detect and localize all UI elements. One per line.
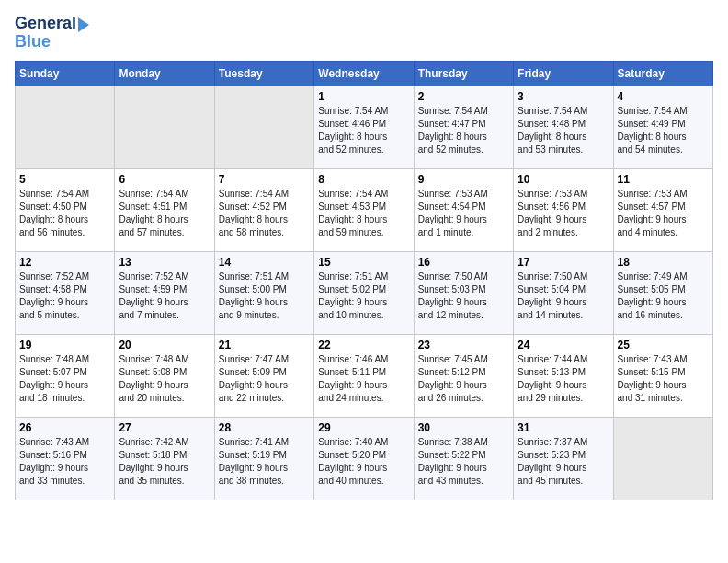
day-number: 2 — [418, 90, 509, 103]
calendar-cell: 22Sunrise: 7:46 AM Sunset: 5:11 PM Dayli… — [314, 334, 414, 417]
calendar-cell: 23Sunrise: 7:45 AM Sunset: 5:12 PM Dayli… — [414, 334, 513, 417]
calendar-cell — [16, 86, 115, 168]
logo: General Blue — [15, 15, 89, 52]
calendar-cell: 6Sunrise: 7:54 AM Sunset: 4:51 PM Daylig… — [115, 168, 214, 251]
day-info: Sunrise: 7:54 AM Sunset: 4:47 PM Dayligh… — [418, 105, 509, 156]
day-number: 4 — [618, 90, 709, 103]
calendar-cell: 26Sunrise: 7:43 AM Sunset: 5:16 PM Dayli… — [16, 417, 115, 500]
calendar-cell: 2Sunrise: 7:54 AM Sunset: 4:47 PM Daylig… — [414, 86, 513, 168]
calendar-cell: 12Sunrise: 7:52 AM Sunset: 4:58 PM Dayli… — [16, 251, 115, 334]
calendar-cell: 19Sunrise: 7:48 AM Sunset: 5:07 PM Dayli… — [16, 334, 115, 417]
day-info: Sunrise: 7:43 AM Sunset: 5:15 PM Dayligh… — [618, 353, 709, 405]
day-info: Sunrise: 7:52 AM Sunset: 4:59 PM Dayligh… — [119, 270, 210, 322]
week-row: 1Sunrise: 7:54 AM Sunset: 4:46 PM Daylig… — [16, 86, 713, 168]
day-number: 28 — [219, 421, 310, 434]
day-info: Sunrise: 7:51 AM Sunset: 5:02 PM Dayligh… — [318, 270, 409, 322]
day-number: 26 — [19, 421, 110, 434]
day-info: Sunrise: 7:50 AM Sunset: 5:04 PM Dayligh… — [518, 270, 609, 322]
day-number: 20 — [119, 339, 210, 351]
day-number: 3 — [518, 90, 609, 103]
calendar-cell: 24Sunrise: 7:44 AM Sunset: 5:13 PM Dayli… — [514, 334, 613, 417]
header-sunday: Sunday — [16, 61, 115, 86]
day-info: Sunrise: 7:53 AM Sunset: 4:54 PM Dayligh… — [418, 188, 509, 239]
calendar-cell: 9Sunrise: 7:53 AM Sunset: 4:54 PM Daylig… — [414, 168, 513, 251]
header-row: SundayMondayTuesdayWednesdayThursdayFrid… — [16, 61, 713, 86]
day-info: Sunrise: 7:38 AM Sunset: 5:22 PM Dayligh… — [418, 436, 509, 488]
day-number: 8 — [318, 173, 409, 186]
header-friday: Friday — [514, 61, 613, 86]
calendar-cell: 8Sunrise: 7:54 AM Sunset: 4:53 PM Daylig… — [314, 168, 414, 251]
day-info: Sunrise: 7:54 AM Sunset: 4:49 PM Dayligh… — [618, 105, 709, 156]
calendar-cell: 11Sunrise: 7:53 AM Sunset: 4:57 PM Dayli… — [613, 168, 712, 251]
calendar-cell: 31Sunrise: 7:37 AM Sunset: 5:23 PM Dayli… — [514, 417, 613, 500]
day-number: 12 — [19, 256, 110, 269]
calendar-cell: 10Sunrise: 7:53 AM Sunset: 4:56 PM Dayli… — [514, 168, 613, 251]
day-number: 15 — [318, 256, 409, 269]
day-number: 11 — [618, 173, 709, 186]
calendar-cell: 1Sunrise: 7:54 AM Sunset: 4:46 PM Daylig… — [314, 86, 414, 168]
day-number: 21 — [219, 339, 310, 351]
day-info: Sunrise: 7:41 AM Sunset: 5:19 PM Dayligh… — [219, 436, 310, 488]
calendar-cell: 4Sunrise: 7:54 AM Sunset: 4:49 PM Daylig… — [613, 86, 712, 168]
day-number: 30 — [418, 421, 509, 434]
day-info: Sunrise: 7:46 AM Sunset: 5:11 PM Dayligh… — [318, 353, 409, 405]
calendar-cell: 15Sunrise: 7:51 AM Sunset: 5:02 PM Dayli… — [314, 251, 414, 334]
day-info: Sunrise: 7:48 AM Sunset: 5:07 PM Dayligh… — [19, 353, 110, 405]
week-row: 19Sunrise: 7:48 AM Sunset: 5:07 PM Dayli… — [16, 334, 713, 417]
day-number: 6 — [119, 173, 210, 186]
day-info: Sunrise: 7:51 AM Sunset: 5:00 PM Dayligh… — [219, 270, 310, 322]
calendar-cell: 30Sunrise: 7:38 AM Sunset: 5:22 PM Dayli… — [414, 417, 513, 500]
day-info: Sunrise: 7:47 AM Sunset: 5:09 PM Dayligh… — [219, 353, 310, 405]
week-row: 26Sunrise: 7:43 AM Sunset: 5:16 PM Dayli… — [16, 417, 713, 500]
week-row: 5Sunrise: 7:54 AM Sunset: 4:50 PM Daylig… — [16, 168, 713, 251]
calendar-cell: 5Sunrise: 7:54 AM Sunset: 4:50 PM Daylig… — [16, 168, 115, 251]
calendar-cell: 17Sunrise: 7:50 AM Sunset: 5:04 PM Dayli… — [514, 251, 613, 334]
day-info: Sunrise: 7:54 AM Sunset: 4:51 PM Dayligh… — [119, 188, 210, 239]
day-info: Sunrise: 7:53 AM Sunset: 4:57 PM Dayligh… — [618, 188, 709, 239]
day-number: 31 — [518, 421, 609, 434]
day-number: 10 — [518, 173, 609, 186]
day-number: 9 — [418, 173, 509, 186]
header-tuesday: Tuesday — [214, 61, 313, 86]
header-saturday: Saturday — [613, 61, 712, 86]
calendar-cell — [115, 86, 214, 168]
day-number: 23 — [418, 339, 509, 351]
calendar-cell: 20Sunrise: 7:48 AM Sunset: 5:08 PM Dayli… — [115, 334, 214, 417]
day-info: Sunrise: 7:54 AM Sunset: 4:48 PM Dayligh… — [518, 105, 609, 156]
calendar-cell: 14Sunrise: 7:51 AM Sunset: 5:00 PM Dayli… — [214, 251, 313, 334]
day-info: Sunrise: 7:44 AM Sunset: 5:13 PM Dayligh… — [518, 353, 609, 405]
day-number: 18 — [618, 256, 709, 269]
day-number: 14 — [219, 256, 310, 269]
calendar-cell: 16Sunrise: 7:50 AM Sunset: 5:03 PM Dayli… — [414, 251, 513, 334]
day-info: Sunrise: 7:43 AM Sunset: 5:16 PM Dayligh… — [19, 436, 110, 488]
day-info: Sunrise: 7:54 AM Sunset: 4:53 PM Dayligh… — [318, 188, 409, 239]
day-info: Sunrise: 7:48 AM Sunset: 5:08 PM Dayligh… — [119, 353, 210, 405]
day-info: Sunrise: 7:54 AM Sunset: 4:46 PM Dayligh… — [318, 105, 409, 156]
header-wednesday: Wednesday — [314, 61, 414, 86]
day-number: 13 — [119, 256, 210, 269]
day-info: Sunrise: 7:49 AM Sunset: 5:05 PM Dayligh… — [618, 270, 709, 322]
day-info: Sunrise: 7:50 AM Sunset: 5:03 PM Dayligh… — [418, 270, 509, 322]
day-number: 29 — [318, 421, 409, 434]
calendar-cell — [613, 417, 712, 500]
week-row: 12Sunrise: 7:52 AM Sunset: 4:58 PM Dayli… — [16, 251, 713, 334]
day-number: 16 — [418, 256, 509, 269]
day-number: 25 — [618, 339, 709, 351]
day-number: 5 — [19, 173, 110, 186]
day-info: Sunrise: 7:37 AM Sunset: 5:23 PM Dayligh… — [518, 436, 609, 488]
day-info: Sunrise: 7:53 AM Sunset: 4:56 PM Dayligh… — [518, 188, 609, 239]
day-info: Sunrise: 7:45 AM Sunset: 5:12 PM Dayligh… — [418, 353, 509, 405]
day-number: 17 — [518, 256, 609, 269]
day-number: 19 — [19, 339, 110, 351]
day-info: Sunrise: 7:40 AM Sunset: 5:20 PM Dayligh… — [318, 436, 409, 488]
calendar-cell: 21Sunrise: 7:47 AM Sunset: 5:09 PM Dayli… — [214, 334, 313, 417]
day-number: 27 — [119, 421, 210, 434]
day-info: Sunrise: 7:54 AM Sunset: 4:50 PM Dayligh… — [19, 188, 110, 239]
header-monday: Monday — [115, 61, 214, 86]
logo-arrow-icon — [78, 17, 89, 32]
calendar-cell: 18Sunrise: 7:49 AM Sunset: 5:05 PM Dayli… — [613, 251, 712, 334]
day-info: Sunrise: 7:52 AM Sunset: 4:58 PM Dayligh… — [19, 270, 110, 322]
calendar-cell: 7Sunrise: 7:54 AM Sunset: 4:52 PM Daylig… — [214, 168, 313, 251]
calendar-cell: 29Sunrise: 7:40 AM Sunset: 5:20 PM Dayli… — [314, 417, 414, 500]
day-number: 22 — [318, 339, 409, 351]
